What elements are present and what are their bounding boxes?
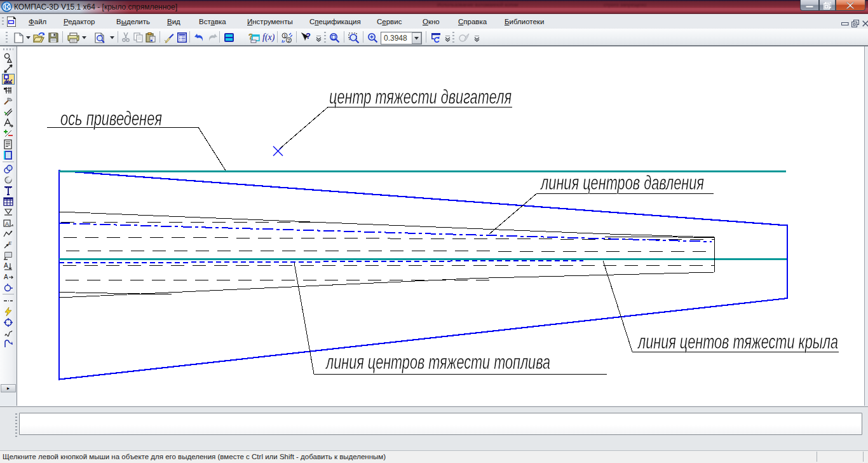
svg-text:A: A	[4, 273, 8, 280]
svg-text:1: 1	[283, 33, 287, 39]
svg-text:A: A	[5, 221, 9, 227]
svg-text:f(x): f(x)	[262, 32, 275, 43]
svg-text:?: ?	[306, 32, 311, 41]
svg-text:E: E	[8, 240, 12, 246]
svg-text:A: A	[4, 262, 8, 269]
svg-text:2: 2	[288, 38, 291, 43]
